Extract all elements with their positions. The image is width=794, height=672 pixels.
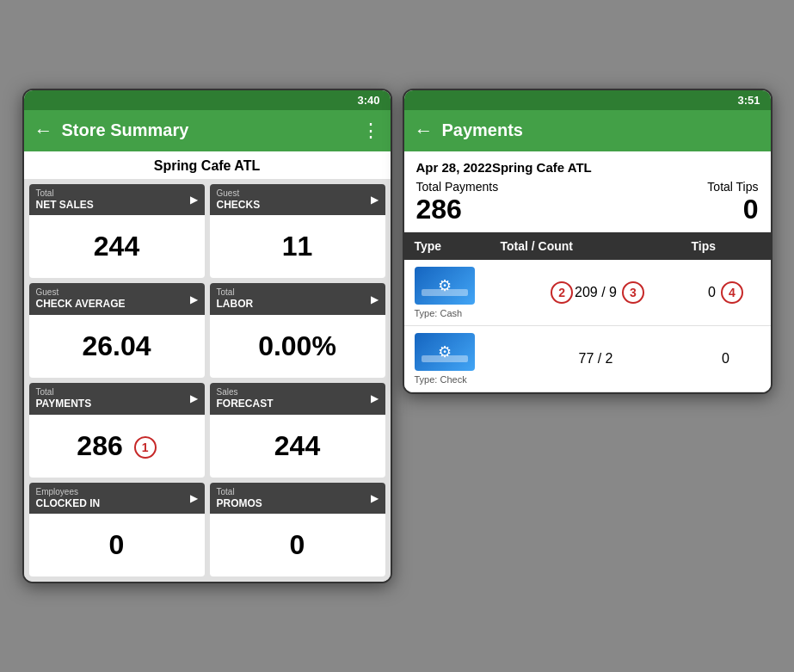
tile-payments-value: 286 1 [29,415,205,478]
total-tips-value: 0 [707,194,758,225]
payments-info: Apr 28, 2022Spring Cafe ATL Total Paymen… [404,151,771,232]
payment-icon-col-cash: ⚙ Type: Cash [415,267,501,318]
tile-promos-arrow: ▶ [371,492,379,504]
tile-promos-top: Total [217,486,262,497]
page-title-2: Payments [442,120,760,140]
app-header-1: ← Store Summary ⋮ [24,110,391,151]
payment-row-cash[interactable]: ⚙ Type: Cash 2 209 / 9 3 0 4 [404,260,771,326]
tips-badge-row-check: 0 [692,351,760,367]
tile-labor[interactable]: Total LABOR ▶ 0.00% → [210,283,385,378]
tile-net-sales[interactable]: Total NET SALES ▶ 244 [29,184,205,279]
tile-payments-top: Total [36,386,92,398]
payment-type-label-check: Type: Check [415,374,467,385]
count-badge-row-cash: 2 209 / 9 3 [501,281,692,304]
payment-icon-col-check: ⚙ Type: Check [415,333,501,385]
status-time-1: 3:40 [357,94,379,107]
tile-header-checks: Guest CHECKS ▶ [210,184,385,216]
tile-check-average-value: 26.04 [29,315,205,378]
tile-payments-main: PAYMENTS [36,398,92,411]
card-stripe-cash [422,289,468,296]
store-summary-screen: 3:40 ← Store Summary ⋮ Spring Cafe ATL T… [22,89,392,583]
tile-checks-value: 11 [210,215,385,278]
col-type: Type [415,239,501,253]
tile-payments[interactable]: Total PAYMENTS ▶ 286 1 [29,383,205,478]
tile-header-check-average: Guest CHECK AVERAGE ▶ [29,283,205,315]
page-title-1: Store Summary [62,120,353,140]
tile-forecast-value: 244 [210,415,385,478]
total-tips-label: Total Tips [707,180,758,194]
total-payments-value: 286 [416,194,499,225]
tile-check-average-main: CHECK AVERAGE [36,298,126,311]
status-bar-1: 3:40 [24,90,391,110]
back-button-2[interactable]: ← [415,120,434,142]
tile-net-sales-top: Total [36,188,94,199]
tile-promos[interactable]: Total PROMOS ▶ 0 [210,483,385,577]
menu-button-1[interactable]: ⋮ [361,120,380,142]
tile-labor-arrow: ▶ [371,293,379,305]
badge-4: 4 [721,281,743,304]
tile-clocked-in-value: 0 [29,514,205,576]
total-payments-label: Total Payments [416,180,499,194]
tile-net-sales-main: NET SALES [36,199,94,213]
status-bar-2: 3:51 [404,90,771,110]
payment-icon-check: ⚙ [415,333,475,371]
tile-header-net-sales: Total NET SALES ▶ [29,184,205,216]
tile-header-payments: Total PAYMENTS ▶ [29,383,205,415]
tile-header-labor: Total LABOR ▶ [210,283,385,315]
tile-labor-main: LABOR [217,298,254,311]
payments-screen: 3:51 ← Payments Apr 28, 2022Spring Cafe … [403,89,772,394]
tile-clocked-in-arrow: ▶ [190,492,198,504]
payment-tips-check: 0 [722,351,729,367]
payment-tips-cash: 0 [708,285,716,300]
tile-checks-top: Guest [217,188,261,199]
payment-row-check[interactable]: ⚙ Type: Check 77 / 2 0 [404,326,771,392]
payments-table-header: Type Total / Count Tips [404,232,771,260]
tile-check-average-top: Guest [36,287,126,298]
tile-forecast-main: FORECAST [217,398,274,411]
tile-labor-top: Total [217,287,254,298]
badge-2: 2 [551,281,573,304]
tile-checks-main: CHECKS [217,199,261,213]
tile-forecast-top: Sales [217,386,274,398]
tile-header-forecast: Sales FORECAST ▶ [210,383,385,415]
tile-labor-value: 0.00% → [210,315,385,378]
tile-promos-value: 0 [210,514,385,576]
payment-type-label-cash: Type: Cash [415,308,463,318]
app-header-2: ← Payments [404,110,771,151]
tile-header-promos: Total PROMOS ▶ [210,483,385,515]
payments-date: Apr 28, 2022Spring Cafe ATL [416,160,759,175]
payments-totals-row: Total Payments 286 Total Tips 0 [416,180,759,225]
tile-checks[interactable]: Guest CHECKS ▶ 11 [210,184,385,279]
tile-clocked-in[interactable]: Employees CLOCKED IN ▶ 0 [29,483,205,577]
back-button-1[interactable]: ← [34,120,53,142]
tile-promos-main: PROMOS [217,497,262,511]
badge-3: 3 [622,281,644,304]
count-badge-row-check: 77 / 2 [501,351,692,367]
card-stripe-check [422,355,468,362]
tile-check-average[interactable]: Guest CHECK AVERAGE ▶ 26.04 [29,283,205,378]
payment-icon-cash: ⚙ [415,267,475,305]
tile-checks-arrow: ▶ [371,194,379,206]
status-time-2: 3:51 [737,94,760,107]
tile-check-average-arrow: ▶ [190,293,198,305]
tile-forecast[interactable]: Sales FORECAST ▶ 244 [210,383,385,478]
tile-net-sales-value: 244 [29,215,205,278]
tile-header-clocked-in: Employees CLOCKED IN ▶ [29,483,205,515]
col-total-count: Total / Count [501,239,692,253]
tile-net-sales-arrow: ▶ [190,194,198,206]
tile-clocked-in-top: Employees [36,486,101,497]
tile-forecast-arrow: ▶ [371,392,379,404]
col-tips: Tips [692,239,760,253]
payments-badge: 1 [134,436,157,459]
tile-payments-arrow: ▶ [190,392,198,404]
tips-badge-row-cash: 0 4 [692,281,760,304]
store-name-1: Spring Cafe ATL [24,151,391,179]
tiles-grid: Total NET SALES ▶ 244 Guest CHECKS ▶ [24,179,391,582]
payment-count-check: 77 / 2 [578,351,612,367]
payment-count-cash: 209 / 9 [575,285,617,300]
tile-clocked-in-main: CLOCKED IN [36,497,101,511]
